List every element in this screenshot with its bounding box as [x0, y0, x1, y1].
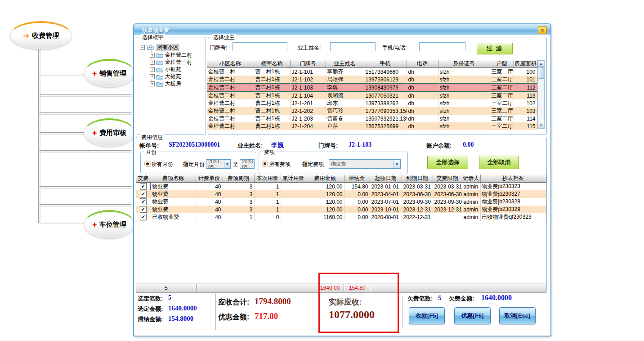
cancel-button[interactable]: 取消[Esc]	[499, 307, 536, 324]
menu-item-fee-management[interactable]: ➜ 收费管理	[10, 21, 72, 49]
scroll-up-icon[interactable]: ▲	[538, 60, 544, 67]
table-row[interactable]: ✔物业费4031120.000.002023-10-012023-12-3120…	[136, 206, 546, 213]
dialog-title-bar[interactable]: 收取物业费 ✕	[134, 24, 550, 35]
row-checkbox[interactable]: ✔	[136, 198, 151, 206]
close-icon[interactable]: ✕	[538, 26, 547, 34]
tree-item-community[interactable]: + 金桂曹二村	[150, 51, 192, 59]
scroll-down-icon[interactable]: ▼	[538, 122, 544, 128]
table-cell: 0.00	[344, 190, 370, 198]
column-header[interactable]: 计费单价	[196, 175, 223, 183]
all-months-radio[interactable]	[144, 161, 151, 167]
column-header[interactable]: 楼宇名称	[254, 60, 290, 68]
row-checkbox[interactable]: ✔	[136, 183, 151, 191]
filter-button[interactable]: 过 滤	[477, 43, 513, 54]
menu-item-fee-audit[interactable]: ✚ 费用审核	[84, 118, 135, 147]
expand-icon[interactable]: +	[150, 53, 155, 58]
column-header[interactable]: 身份证号	[438, 60, 490, 68]
discount-label: 优惠金额:	[218, 313, 249, 322]
column-header[interactable]: 滞纳金	[344, 175, 370, 183]
scrollbar-thumb[interactable]	[538, 67, 544, 79]
month-group: 月份 所有月份 指定月份 2023-05 ▼ 至 2023-05	[140, 152, 256, 174]
expand-icon[interactable]: +	[150, 74, 155, 79]
tree-item-all-communities[interactable]: − 所有小区	[140, 44, 179, 51]
specified-month-label: 指定月份	[183, 161, 205, 168]
column-header[interactable]: 费用金额	[306, 175, 344, 183]
all-items-label: 所有费项	[269, 161, 291, 168]
column-header[interactable]: 到期日期	[402, 175, 433, 183]
table-row[interactable]: 金桂曹二村曹二村1栋J2-1-203曾富春13507332921,139dhsf…	[207, 115, 537, 122]
cancel-all-button[interactable]: 全部取消	[479, 156, 519, 169]
table-row[interactable]: 金桂曹二村曹二村1栋J2-1-202雷巧玲17377090353,158dhsf…	[207, 107, 537, 115]
vertical-scrollbar[interactable]: ▲ ▼	[537, 60, 545, 129]
phone-input[interactable]	[419, 42, 465, 51]
checkbox-check-icon[interactable]: ✔	[140, 183, 147, 190]
table-cell: 0.00	[344, 213, 370, 221]
table-row[interactable]: ✔已收物业费40101160.000.002020-08-012022-12-3…	[136, 213, 546, 221]
table-cell: 曹二村1栋	[254, 76, 290, 84]
collapse-icon[interactable]: −	[140, 45, 145, 50]
table-cell: 1	[254, 183, 281, 191]
discount-button[interactable]: 优惠[F6]	[454, 307, 491, 324]
arrears-amount-value: 1640.0000	[481, 294, 512, 302]
column-header[interactable]: 记录人	[462, 175, 480, 183]
column-header[interactable]: 门牌号	[290, 60, 326, 68]
column-header[interactable]: 房屋面积	[514, 60, 537, 68]
column-header[interactable]: 累计用量	[281, 175, 306, 183]
column-header[interactable]: 小区名称	[207, 60, 254, 68]
row-checkbox[interactable]: ✔	[136, 190, 151, 198]
chevron-down-icon: ▼	[224, 160, 230, 168]
month-to-value: 2023-05	[242, 159, 254, 170]
column-header[interactable]: 电话	[407, 60, 438, 68]
table-cell: 102	[514, 99, 537, 107]
row-checkbox[interactable]: ✔	[136, 213, 151, 221]
column-header[interactable]: 交费	[136, 175, 151, 183]
table-row[interactable]: 金桂曹二村曹二村1栋J2-1-102冯运强13973306129dhsfzh三室…	[207, 76, 537, 84]
expand-icon[interactable]: +	[150, 60, 155, 65]
tree-item-community[interactable]: + 小银苑	[150, 66, 181, 73]
month-from-dropdown[interactable]: 2023-05 ▼	[206, 159, 231, 169]
column-header[interactable]: 本次用量	[254, 175, 281, 183]
table-row[interactable]: 金桂曹二村曹二村1栋J2-1-103李巍13908430979dhsfzh三室二…	[207, 84, 537, 92]
fee-item-dropdown[interactable]: 物业费 ▼	[329, 159, 401, 169]
owner-name-input[interactable]	[330, 42, 376, 51]
select-all-button[interactable]: 全部选择	[427, 156, 468, 169]
table-cell: dh	[407, 99, 438, 107]
column-header[interactable]: 户型	[490, 60, 514, 68]
checkbox-check-icon[interactable]: ✔	[140, 191, 147, 197]
table-row[interactable]: 金桂曹二村曹二村1栋J2-1-204卢萍15675325699dhsfzh三室二…	[207, 122, 537, 130]
table-row[interactable]: ✔物业费4031120.00154.802023-01-012023-03-31…	[136, 183, 546, 191]
column-header[interactable]: 抄表档案	[480, 175, 546, 183]
checkbox-check-icon[interactable]: ✔	[140, 198, 147, 205]
all-items-radio[interactable]	[262, 161, 268, 167]
door-number-label: 门牌号:	[210, 44, 227, 52]
row-checkbox[interactable]: ✔	[136, 206, 151, 213]
door-number-input[interactable]	[233, 42, 287, 51]
table-row[interactable]: 金桂曹二村曹二村1栋J2-1-101李鹏齐15173349660dhsfzh三室…	[207, 68, 537, 76]
group-title: 选择楼宇	[141, 34, 165, 41]
table-row[interactable]: ✔物业费4031120.000.002023-07-012023-09-3020…	[136, 198, 546, 206]
month-to-dropdown[interactable]: 2023-05	[240, 159, 255, 169]
menu-item-sales-management[interactable]: ✚ 销售管理	[84, 59, 135, 87]
table-row[interactable]: ✔物业费4031120.000.002023-04-012023-06-3020…	[136, 190, 546, 198]
column-header[interactable]: 费项名称	[151, 175, 196, 183]
table-row[interactable]: 金桂曹二村曹二村1栋J2-1-104袁湘流13077050321dhsfzh三室…	[207, 92, 537, 100]
column-header[interactable]: 手机	[364, 60, 407, 68]
table-cell: 1	[254, 190, 281, 198]
tree-item-community[interactable]: + 金桂曹三村	[150, 58, 192, 66]
expand-icon[interactable]: +	[150, 67, 155, 72]
table-row[interactable]: 金桂曹二村曹二村1栋J2-1-201邱东13973388262dhsfzh三室二…	[207, 99, 537, 107]
tree-item-community[interactable]: + 大板房	[150, 80, 181, 88]
column-header[interactable]: 费项周期	[223, 175, 254, 183]
checkbox-check-icon[interactable]: ✔	[140, 214, 147, 220]
table-cell: 2023-09-30	[402, 198, 433, 206]
menu-item-parking-management[interactable]: ✚ 车位管理	[84, 210, 135, 238]
collect-button[interactable]: 收款[F5]	[409, 307, 445, 324]
checkbox-check-icon[interactable]: ✔	[140, 206, 147, 213]
column-header[interactable]: 起收日期	[370, 175, 402, 183]
column-header[interactable]: 业主姓名	[326, 60, 364, 68]
folder-icon	[157, 74, 163, 80]
tree-item-community[interactable]: + 大银苑	[150, 73, 181, 81]
expand-icon[interactable]: +	[150, 81, 155, 86]
table-cell: admin	[462, 213, 480, 221]
column-header[interactable]: 交费限期	[433, 175, 462, 183]
